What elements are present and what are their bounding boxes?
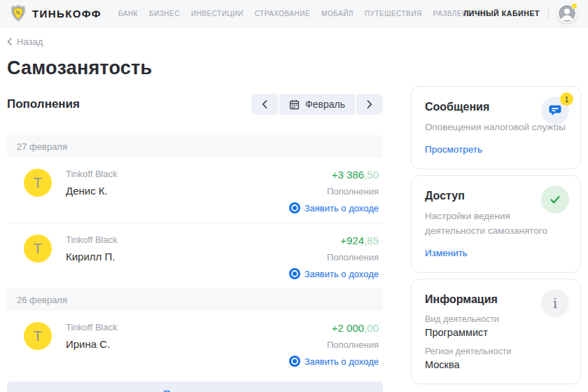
- month-picker-button[interactable]: Февраль: [279, 94, 355, 115]
- top-nav: ТИНЬКОФФ БАНК БИЗНЕС ИНВЕСТИЦИИ СТРАХОВА…: [0, 0, 588, 27]
- field-value: Москва: [425, 359, 567, 370]
- payer-name: Кирилл П.: [66, 251, 289, 262]
- edit-access-link[interactable]: Изменить: [425, 248, 468, 258]
- month-selector: Февраль: [251, 94, 383, 115]
- info-circle-icon: i: [541, 289, 569, 317]
- payer-name: Ирина С.: [66, 338, 289, 350]
- field-label: Регион деятельности: [425, 346, 567, 356]
- date-group-header: 26 февраля: [7, 288, 383, 311]
- field-value: Программист: [425, 327, 567, 338]
- prev-month-button[interactable]: [251, 94, 278, 115]
- amount: +3 386,50: [332, 169, 379, 181]
- chevron-right-icon: [367, 100, 372, 108]
- nav-divider: [548, 7, 549, 20]
- activity-type-field: Вид деятельности Программист: [425, 314, 567, 338]
- chevron-left-icon: [7, 38, 12, 46]
- brand-name: ТИНЬКОФФ: [32, 8, 102, 20]
- page-body: Назад Самозанятость Пополнения: [0, 27, 588, 392]
- show-more-button[interactable]: Показать еще: [7, 382, 383, 392]
- user-avatar[interactable]: [557, 4, 577, 23]
- amount: +2 000,00: [332, 322, 379, 334]
- transaction-row[interactable]: T Tinkoff Black Денис К. +3 386,50 Попол…: [7, 158, 383, 223]
- personal-account-link[interactable]: ЛИЧНЫЙ КАБИНЕТ: [463, 9, 540, 18]
- tinkoff-crest-icon: [10, 4, 27, 22]
- category-label: Пополнения: [327, 186, 379, 197]
- card-subtitle: Оповещения налоговой службы: [425, 120, 567, 135]
- nav-item-travel[interactable]: ПУТЕШЕСТВИЯ: [365, 10, 422, 18]
- access-card: Доступ Настройки ведения деятельности са…: [411, 175, 581, 273]
- next-month-button[interactable]: [356, 94, 383, 115]
- nav-item-insurance[interactable]: СТРАХОВАНИЕ: [255, 10, 310, 18]
- chevron-left-icon: [262, 100, 267, 108]
- check-circle-icon: [541, 186, 569, 214]
- primary-nav: БАНК БИЗНЕС ИНВЕСТИЦИИ СТРАХОВАНИЕ МОБАЙ…: [118, 10, 489, 18]
- declare-income-link[interactable]: Заявить о доходе: [289, 268, 379, 279]
- page-title: Самозанятость: [7, 57, 581, 79]
- account-name: Tinkoff Black: [66, 169, 289, 179]
- transaction-row[interactable]: T Tinkoff Black Кирилл П. +924,85 Пополн…: [7, 223, 383, 288]
- messages-card: Сообщения 1 Оповещения налоговой службы …: [411, 86, 581, 169]
- date-group-header: 27 февраля: [7, 135, 383, 158]
- feed-title: Пополнения: [7, 97, 80, 111]
- category-label: Пополнения: [327, 252, 379, 262]
- card-subtitle: Настройки ведения деятельности самозанят…: [425, 209, 552, 239]
- tinkoff-black-avatar: T: [24, 234, 52, 262]
- amount: +924,85: [340, 234, 379, 246]
- view-messages-link[interactable]: Просмотреть: [425, 144, 482, 155]
- tinkoff-black-avatar: T: [24, 322, 52, 350]
- transactions-section: Пополнения: [7, 86, 383, 392]
- category-label: Пополнения: [327, 340, 379, 350]
- field-label: Вид деятельности: [425, 314, 567, 324]
- info-card: Информация i Вид деятельности Программис…: [411, 279, 581, 384]
- calendar-icon: [289, 99, 300, 110]
- transaction-row[interactable]: T Tinkoff Black Ирина С. +2 000,00 Попол…: [7, 311, 383, 376]
- target-circle-icon: [289, 356, 300, 367]
- declare-income-link[interactable]: Заявить о доходе: [289, 356, 379, 367]
- activity-region-field: Регион деятельности Москва: [425, 346, 567, 370]
- account-name: Tinkoff Black: [66, 234, 289, 245]
- nav-item-business[interactable]: БИЗНЕС: [149, 10, 180, 18]
- unread-badge: 1: [560, 92, 573, 106]
- chat-bubble-icon: 1: [541, 97, 569, 125]
- sidebar: Сообщения 1 Оповещения налоговой службы …: [411, 86, 581, 390]
- target-circle-icon: [289, 268, 300, 279]
- nav-item-investments[interactable]: ИНВЕСТИЦИИ: [191, 10, 244, 18]
- nav-item-mobile[interactable]: МОБАЙЛ: [321, 10, 354, 18]
- nav-item-bank[interactable]: БАНК: [118, 10, 138, 18]
- notification-dot: [571, 3, 578, 9]
- month-label: Февраль: [305, 99, 345, 110]
- account-name: Tinkoff Black: [66, 322, 289, 332]
- target-circle-icon: [289, 202, 300, 214]
- declare-income-link[interactable]: Заявить о доходе: [289, 202, 379, 214]
- back-link[interactable]: Назад: [7, 36, 43, 47]
- tinkoff-logo[interactable]: ТИНЬКОФФ: [10, 4, 102, 22]
- tinkoff-black-avatar: T: [24, 169, 52, 197]
- back-label: Назад: [17, 36, 43, 47]
- payer-name: Денис К.: [66, 185, 289, 197]
